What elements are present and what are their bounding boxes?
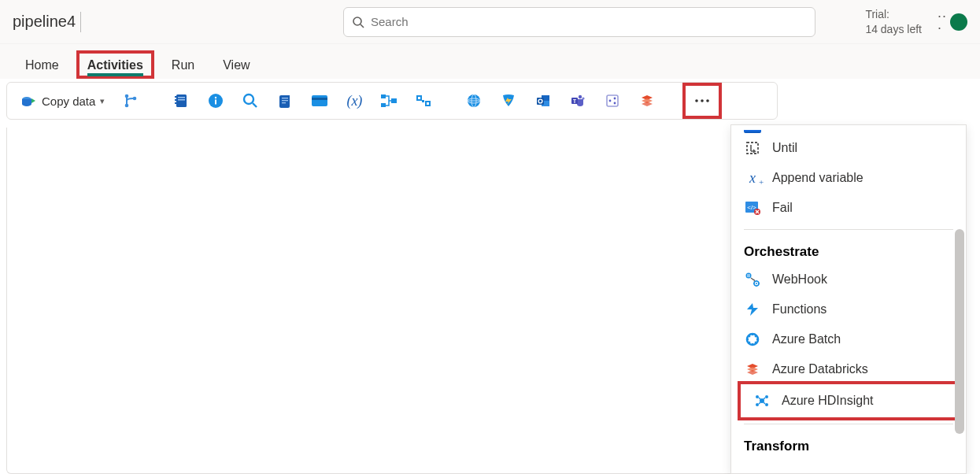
svg-rect-27	[417, 96, 421, 100]
chevron-down-icon: ▾	[100, 96, 105, 106]
svg-point-60	[756, 403, 759, 406]
svg-rect-26	[391, 98, 397, 103]
until-icon	[744, 139, 761, 157]
ml-icon	[604, 92, 621, 109]
functions-icon	[744, 301, 761, 318]
svg-rect-29	[422, 100, 424, 102]
settings-dots-icon[interactable]: ···	[937, 10, 947, 33]
variable-button[interactable]: (x)	[339, 87, 369, 114]
svg-line-18	[253, 103, 257, 107]
tab-view[interactable]: View	[212, 50, 261, 79]
scrollbar-thumb[interactable]	[955, 229, 964, 434]
svg-point-46	[696, 99, 699, 102]
azure-batch-label: Azure Batch	[772, 332, 841, 346]
copy-data-button[interactable]: Copy data ▾	[13, 87, 111, 114]
search-box[interactable]	[343, 7, 815, 37]
script-button[interactable]	[270, 87, 300, 114]
outlook-icon	[534, 92, 552, 109]
databricks-button[interactable]	[632, 87, 662, 114]
more-activities-button[interactable]	[687, 87, 717, 114]
svg-rect-15	[215, 100, 216, 105]
script-icon	[276, 92, 294, 109]
pipeline-canvas[interactable]	[6, 128, 735, 474]
top-bar: pipeline4 Trial: 14 days left ···	[0, 0, 980, 44]
azure-databricks-icon	[744, 361, 761, 378]
svg-rect-9	[178, 97, 185, 98]
svg-point-38	[579, 95, 582, 98]
until-item[interactable]: Until	[731, 133, 966, 163]
azure-batch-item[interactable]: Azure Batch	[731, 324, 966, 354]
svg-point-6	[125, 104, 129, 108]
svg-text:T: T	[573, 98, 576, 104]
fail-label: Fail	[772, 201, 793, 215]
azure-databricks-item[interactable]: Azure Databricks	[731, 354, 966, 384]
svg-rect-42	[607, 95, 618, 106]
webhook-item[interactable]: WebHook	[731, 265, 966, 294]
append-var-item[interactable]: x+ Append variable	[731, 163, 966, 193]
svg-rect-12	[175, 99, 177, 101]
info-button[interactable]	[201, 87, 231, 114]
svg-rect-36	[537, 98, 544, 105]
svg-rect-13	[175, 102, 177, 104]
divider	[744, 424, 953, 424]
magnifier-icon	[242, 92, 259, 109]
svg-point-59	[765, 395, 768, 398]
branch-button[interactable]	[116, 87, 146, 114]
web-button[interactable]	[459, 87, 489, 114]
tab-bar: Home Activities Run View	[0, 44, 980, 79]
svg-rect-49	[747, 143, 758, 154]
svg-point-43	[609, 100, 612, 102]
azure-hdinsight-icon	[753, 392, 771, 409]
tab-home[interactable]: Home	[14, 50, 70, 79]
svg-point-7	[133, 97, 137, 101]
notebook-icon	[172, 92, 190, 109]
svg-point-58	[756, 395, 759, 398]
fail-item[interactable]: </> Fail	[731, 193, 966, 223]
info-icon	[207, 92, 224, 109]
pipeline-button[interactable]	[409, 87, 438, 114]
transform-header: Transform	[731, 431, 966, 459]
ml-button[interactable]	[597, 87, 627, 114]
svg-rect-20	[282, 100, 288, 101]
append-var-icon: x+	[744, 169, 761, 187]
search-input[interactable]	[371, 15, 807, 28]
databricks-icon	[638, 92, 656, 109]
svg-point-17	[244, 94, 253, 104]
orchestrate-header: Orchestrate	[731, 236, 966, 265]
svg-point-45	[614, 102, 616, 105]
search-icon	[352, 16, 364, 28]
svg-rect-25	[381, 103, 386, 107]
svg-point-48	[707, 99, 710, 102]
svg-point-47	[701, 99, 704, 102]
card-icon	[311, 92, 328, 109]
svg-point-55	[756, 283, 757, 284]
globe-icon	[465, 92, 483, 109]
card-button[interactable]	[305, 87, 335, 114]
variable-icon: (x)	[346, 92, 363, 109]
svg-point-53	[746, 273, 752, 279]
lookup-button[interactable]	[235, 87, 265, 114]
svg-rect-28	[426, 102, 430, 106]
dataflow-button[interactable]	[374, 87, 404, 114]
power-query-button[interactable]	[494, 87, 523, 114]
svg-line-1	[361, 24, 364, 28]
svg-rect-11	[175, 96, 177, 98]
notebook-button[interactable]	[166, 87, 196, 114]
copy-data-label: Copy data	[42, 94, 95, 108]
tab-run[interactable]: Run	[161, 50, 205, 79]
tab-activities[interactable]: Activities	[87, 58, 143, 76]
azure-hdinsight-item[interactable]: Azure HDInsight	[741, 386, 960, 416]
outlook-button[interactable]	[528, 87, 558, 114]
activity-toolbar: Copy data ▾ (x) T	[6, 82, 778, 120]
branch-icon	[122, 92, 139, 109]
teams-button[interactable]: T	[563, 87, 593, 114]
functions-item[interactable]: Functions	[731, 294, 966, 324]
svg-rect-22	[312, 95, 327, 106]
dropdown-scrollbar[interactable]	[955, 127, 964, 472]
user-avatar[interactable]	[950, 13, 967, 31]
dataflow-icon	[380, 92, 398, 109]
svg-rect-21	[282, 102, 286, 103]
svg-point-61	[765, 403, 768, 406]
svg-rect-19	[282, 98, 288, 98]
svg-rect-10	[178, 99, 185, 101]
